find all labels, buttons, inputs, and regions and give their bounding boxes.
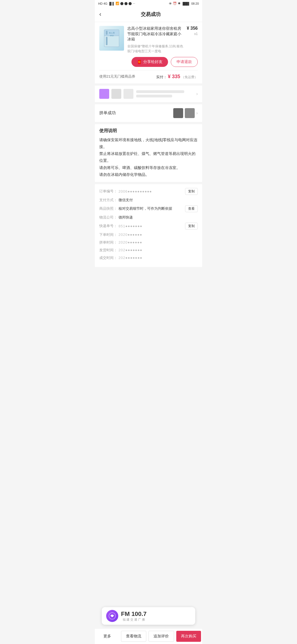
instruction-line-3: 请勿将可乐、啤酒、碳酸饮料等存放在冷冻室。	[99, 165, 180, 170]
ship-time-label: 发货时间：	[99, 248, 119, 253]
payment-row: 使用21元无门槛商品券 实付： ¥ 335 （免运费）	[99, 70, 198, 80]
page-header: ‹ 交易成功	[95, 7, 202, 22]
back-button[interactable]: ‹	[99, 10, 103, 19]
table-row: 商品快照： 核对交易细节时，可作为判断依据 查看	[99, 205, 198, 212]
product-price-column: ¥ 356 x1	[187, 26, 198, 54]
tracking-number-value: 851●●●●●●●	[119, 224, 185, 228]
order-time-label: 下单时间：	[99, 232, 119, 237]
recommendation-section[interactable]: ›	[95, 86, 202, 102]
avatar-1	[173, 108, 183, 118]
actual-payment: 实付： ¥ 335 （免运费）	[156, 74, 198, 80]
coupon-text: 使用21元无门槛商品券	[99, 74, 135, 79]
product-description: 全国保修*整机十年保修服务,118L银色双门/省电型三天一度电	[127, 44, 183, 54]
svg-rect-4	[106, 37, 108, 45]
signal-bars: ▐▌▌	[108, 2, 115, 5]
time-display: 08:20	[191, 2, 199, 5]
product-name: 志高小型冰箱家用迷你宿舍租房节能双门电冰箱冷冻冷藏家庭小冰箱	[127, 26, 183, 42]
order-time-value: 2020●●●●●●	[119, 233, 198, 237]
actual-pay-label: 实付：	[156, 75, 167, 79]
table-row: 支付方式： 微信支付	[99, 198, 198, 203]
rec-text-line1	[136, 90, 184, 93]
rec-text-line2	[136, 95, 172, 97]
svg-rect-3	[106, 31, 108, 35]
page-title: 交易成功	[103, 11, 198, 18]
svg-text:单人用: 单人用	[109, 32, 115, 34]
instruction-text: 请确保安装环境有接地线，火线|地线|零线应与电网对应连接。 禁止将冰箱放置在炉灶…	[99, 137, 198, 178]
table-row: 快递单号： 851●●●●●●● 复制	[99, 223, 198, 230]
share-button[interactable]: 🧧 分享给好友	[131, 57, 168, 67]
status-right: 👁 ⏰ ✱ ▐██▌ 08:20	[169, 2, 199, 5]
ship-time-value: 202●●●●●●●	[119, 248, 198, 252]
copy-order-number-button[interactable]: 复制	[185, 188, 198, 195]
product-card: 单人用 省电款 志高小型冰箱家用迷你宿舍租房节能双门电冰箱冷冻冷藏家庭小冰箱 全…	[95, 22, 202, 83]
instructions-title: 使用说明	[99, 128, 198, 134]
svg-text:省电款: 省电款	[110, 35, 114, 36]
rec-text	[136, 90, 196, 97]
instruction-line-1: 请确保安装环境有接地线，火线|地线|零线应与电网对应连接。	[99, 138, 197, 149]
group-time-value: 2020●●●●●●	[119, 240, 198, 244]
refund-button[interactable]: 申请退款	[171, 57, 198, 67]
avatar-2	[185, 108, 195, 118]
rec-items	[99, 89, 133, 99]
group-buy-section[interactable]: 拼单成功 ›	[95, 104, 202, 122]
snapshot-value: 核对交易细节时，可作为判断依据	[119, 206, 185, 211]
rec-item-1	[99, 89, 109, 99]
complete-time-value: 202●●●●●●●	[119, 256, 198, 260]
instruction-line-2: 禁止将冰箱放置在炉灶、煤气、燃气管道等易出现明火的位置。	[99, 151, 196, 163]
tracking-number-label: 快递单号：	[99, 223, 119, 228]
free-shipping-label: （免运费）	[181, 75, 198, 79]
table-row: 订单编号： 2006●●●●●●●●●● 复制	[99, 188, 198, 195]
product-price: ¥ 356	[187, 26, 198, 31]
order-number-value: 2006●●●●●●●●●●	[119, 189, 185, 193]
pay-amount: ¥ 335	[168, 74, 180, 79]
complete-time-label: 成交时间：	[99, 255, 119, 260]
share-icon: 🧧	[137, 60, 142, 64]
product-info: 志高小型冰箱家用迷你宿舍租房节能双门电冰箱冷冻冷藏家庭小冰箱 全国保修*整机十年…	[127, 26, 183, 54]
table-row: 发货时间： 202●●●●●●●	[99, 248, 198, 253]
payment-method-label: 支付方式：	[99, 198, 119, 203]
wifi-icon: 📶	[116, 2, 119, 5]
bluetooth-icon: ✱	[178, 2, 180, 5]
product-quantity: x1	[187, 32, 198, 36]
order-number-label: 订单编号：	[99, 189, 119, 194]
logistics-company-label: 物流公司：	[99, 215, 119, 220]
table-row: 物流公司： 德邦快递	[99, 215, 198, 220]
table-row: 拼单时间： 2020●●●●●●	[99, 240, 198, 245]
status-bar: HD 4G ▐▌▌ 📶 ⬤ ⬤ ⬤ ··· 👁 ⏰ ✱ ▐██▌ 08:20	[95, 0, 202, 7]
chevron-right-icon: ›	[196, 91, 198, 96]
network-indicator: HD 4G	[98, 2, 108, 5]
status-left: HD 4G ▐▌▌ 📶 ⬤ ⬤ ⬤ ···	[98, 2, 135, 5]
product-row: 单人用 省电款 志高小型冰箱家用迷你宿舍租房节能双门电冰箱冷冻冷藏家庭小冰箱 全…	[99, 26, 198, 54]
payment-method-value: 微信支付	[119, 198, 198, 203]
table-row: 成交时间： 202●●●●●●●	[99, 255, 198, 260]
order-details-section: 订单编号： 2006●●●●●●●●●● 复制 支付方式： 微信支付 商品快照：…	[95, 184, 202, 267]
rec-item-2	[111, 89, 121, 99]
alarm-icon: ⏰	[173, 2, 177, 5]
group-time-label: 拼单时间：	[99, 240, 119, 245]
snapshot-label: 商品快照：	[99, 206, 119, 211]
instructions-section: 使用说明 请确保安装环境有接地线，火线|地线|零线应与电网对应连接。 禁止将冰箱…	[95, 124, 202, 182]
group-buy-label: 拼单成功	[99, 110, 116, 116]
browser-icons: ⬤ ⬤ ⬤ ···	[120, 2, 135, 5]
battery-icon: ▐██▌	[182, 2, 190, 5]
rec-item-3	[123, 89, 133, 99]
view-snapshot-button[interactable]: 查看	[185, 205, 198, 212]
action-buttons-row: 🧧 分享给好友 申请退款	[99, 57, 198, 67]
group-avatars: ›	[173, 108, 198, 118]
logistics-company-value: 德邦快递	[119, 215, 198, 220]
copy-tracking-number-button[interactable]: 复制	[185, 223, 198, 230]
group-chevron-right-icon: ›	[196, 111, 198, 116]
table-row: 下单时间： 2020●●●●●●	[99, 232, 198, 237]
instruction-line-4: 请勿在冰箱内储存化学物品。	[99, 172, 149, 177]
product-image: 单人用 省电款	[99, 26, 124, 51]
eye-icon: 👁	[169, 2, 172, 5]
